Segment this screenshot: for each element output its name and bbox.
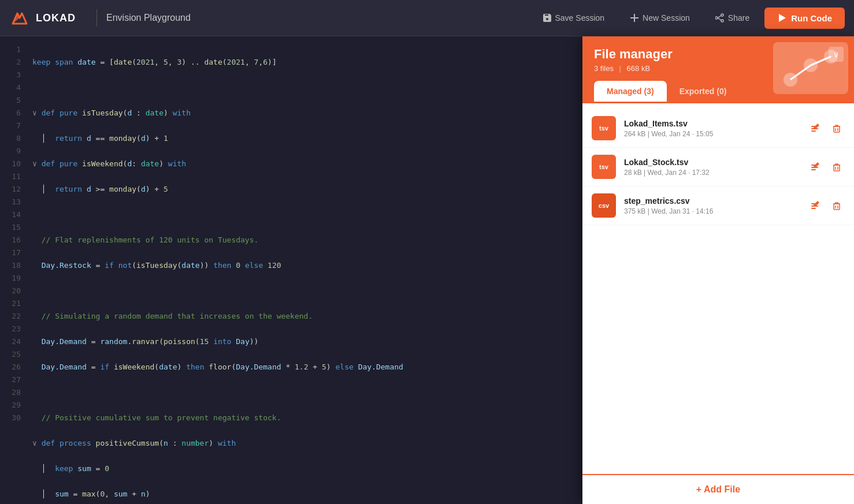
file-edit-button[interactable]	[808, 120, 824, 136]
lokad-logo-icon	[9, 8, 30, 28]
list-item: csv step_metrics.csv 375 kB | Wed, Jan 3…	[582, 186, 854, 225]
main-area: 1 2 3 4 5 6 7 8 9 10 11 12 13 14 15 16 1…	[0, 36, 854, 504]
file-type-icon-tsv: tsv	[592, 155, 616, 179]
add-file-button[interactable]: + Add File	[696, 484, 740, 495]
file-actions	[808, 120, 845, 136]
line-numbers: 1 2 3 4 5 6 7 8 9 10 11 12 13 14 15 16 1…	[0, 36, 28, 504]
app-header: LOKAD Envision Playground Save Session N…	[0, 0, 854, 36]
file-edit-button[interactable]	[808, 197, 824, 214]
file-delete-button[interactable]	[829, 197, 845, 214]
trash-icon	[831, 162, 842, 172]
file-name: step_metrics.csv	[624, 196, 800, 206]
svg-line-7	[718, 18, 721, 20]
file-info: Lokad_Items.tsv 264 kB | Wed, Jan 24 · 1…	[624, 119, 800, 138]
file-delete-button[interactable]	[829, 120, 845, 136]
save-session-label: Save Session	[555, 13, 605, 23]
run-code-button[interactable]: Run Code	[764, 8, 845, 29]
file-info: step_metrics.csv 375 kB | Wed, Jan 31 · …	[624, 196, 800, 215]
trash-icon	[831, 200, 842, 211]
trash-icon	[831, 123, 842, 133]
tab-exported[interactable]: Exported (0)	[667, 81, 740, 103]
edit-icon	[810, 200, 822, 211]
file-actions	[808, 159, 845, 175]
plus-icon	[630, 13, 639, 23]
file-meta: 375 kB | Wed, Jan 31 · 14:16	[624, 207, 800, 215]
run-code-label: Run Code	[791, 13, 832, 23]
edit-icon	[810, 122, 822, 134]
file-edit-button[interactable]	[808, 159, 824, 175]
thumbnail-chevron-button[interactable]: ∨	[829, 47, 844, 62]
svg-rect-24	[834, 165, 840, 171]
save-session-button[interactable]: Save Session	[532, 9, 615, 27]
new-session-label: New Session	[643, 13, 690, 23]
new-session-button[interactable]: New Session	[619, 9, 700, 27]
svg-marker-8	[779, 14, 786, 22]
svg-point-4	[721, 20, 723, 22]
file-count: 3 files	[594, 64, 614, 73]
svg-point-5	[715, 17, 718, 19]
file-manager-meta: 3 files | 668 kB	[594, 64, 842, 73]
list-item: tsv Lokad_Stock.tsv 28 kB | Wed, Jan 24 …	[582, 148, 854, 186]
add-file-footer: + Add File	[582, 474, 854, 504]
file-name: Lokad_Stock.tsv	[624, 158, 800, 167]
tab-managed[interactable]: Managed (3)	[594, 81, 667, 103]
svg-rect-18	[834, 126, 840, 132]
share-icon	[715, 13, 725, 23]
save-icon	[543, 13, 552, 23]
file-total-size: 668 kB	[627, 64, 650, 73]
file-panel-header: ∨ File manager 3 files | 668 kB Managed …	[582, 36, 854, 103]
file-type-icon-csv: csv	[592, 193, 616, 218]
code-text[interactable]: keep span date = [date(2021, 5, 3) .. da…	[28, 36, 582, 504]
list-item: tsv Lokad_Items.tsv 264 kB | Wed, Jan 24…	[582, 109, 854, 148]
app-title: Envision Playground	[106, 13, 191, 23]
file-meta: 28 kB | Wed, Jan 24 · 17:32	[624, 169, 800, 177]
edit-icon	[810, 161, 822, 173]
file-delete-button[interactable]	[829, 159, 845, 175]
add-file-label: + Add File	[696, 484, 740, 495]
logo-text: LOKAD	[36, 12, 76, 24]
file-manager-panel: ∨ File manager 3 files | 668 kB Managed …	[582, 36, 854, 504]
svg-rect-27	[811, 208, 816, 209]
share-button[interactable]: Share	[705, 9, 760, 27]
svg-rect-30	[834, 204, 840, 210]
file-type-icon-tsv: tsv	[592, 116, 616, 140]
file-info: Lokad_Stock.tsv 28 kB | Wed, Jan 24 · 17…	[624, 158, 800, 177]
header-divider	[96, 9, 97, 27]
svg-rect-21	[811, 169, 816, 170]
file-actions	[808, 197, 845, 214]
logo-area: LOKAD	[9, 8, 76, 28]
svg-line-6	[718, 16, 721, 18]
file-meta: 264 kB | Wed, Jan 24 · 15:05	[624, 130, 800, 138]
svg-point-3	[721, 14, 723, 16]
share-label: Share	[728, 13, 749, 23]
play-icon	[777, 13, 786, 23]
file-list: tsv Lokad_Items.tsv 264 kB | Wed, Jan 24…	[582, 103, 854, 474]
file-name: Lokad_Items.tsv	[624, 119, 800, 128]
code-editor[interactable]: 1 2 3 4 5 6 7 8 9 10 11 12 13 14 15 16 1…	[0, 36, 582, 504]
svg-rect-15	[811, 130, 816, 132]
